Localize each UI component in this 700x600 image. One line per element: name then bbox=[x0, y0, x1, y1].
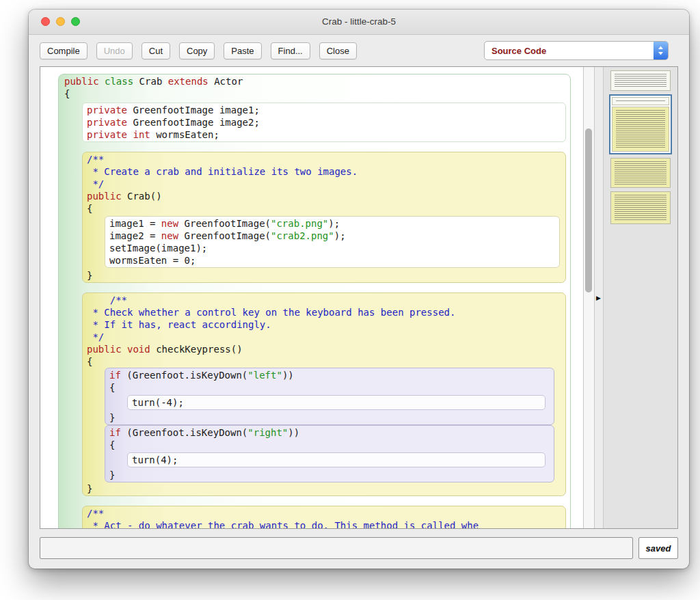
screen: Crab - little-crab-5 CompileUndoCutCopyP… bbox=[0, 0, 700, 600]
code-line[interactable]: */ bbox=[87, 331, 561, 343]
editor-window: Crab - little-crab-5 CompileUndoCutCopyP… bbox=[29, 10, 689, 569]
code-line[interactable]: /** bbox=[87, 294, 561, 306]
code-line[interactable]: if (Greenfoot.isKeyDown("right")) bbox=[109, 426, 550, 439]
compile-button[interactable]: Compile bbox=[40, 42, 88, 59]
minimap-section-fields bbox=[612, 97, 669, 105]
window-title: Crab - little-crab-5 bbox=[29, 10, 689, 34]
scrollbar-thumb[interactable] bbox=[585, 128, 592, 292]
code-line[interactable]: public void checkKeypress() bbox=[87, 343, 561, 355]
code-line[interactable]: * Act - do whatever the crab wants to do… bbox=[87, 519, 561, 528]
scope-class: public class Crab extends Actor{private … bbox=[58, 74, 571, 528]
scope-turnbox: turn(4); bbox=[127, 452, 546, 467]
vertical-scrollbar[interactable] bbox=[583, 67, 594, 528]
scope-ifblock: if (Greenfoot.isKeyDown("left")){turn(-4… bbox=[105, 368, 554, 425]
naviview-divider[interactable]: ▶ bbox=[594, 67, 603, 528]
viewport-indicator[interactable] bbox=[609, 94, 672, 154]
minimap-section-header[interactable] bbox=[610, 70, 671, 91]
scope-method: /** * Act - do whatever the crab wants t… bbox=[82, 506, 566, 528]
code-line[interactable]: wormsEaten = 0; bbox=[109, 254, 555, 267]
view-selector-value: Source Code bbox=[485, 42, 654, 59]
code-line[interactable]: setImage(image1); bbox=[109, 242, 555, 254]
toolbar: CompileUndoCutCopyPasteFind...Close Sour… bbox=[29, 35, 689, 66]
code-line[interactable]: * Create a crab and initialize its two i… bbox=[87, 165, 561, 178]
code-line[interactable]: */ bbox=[87, 178, 561, 190]
minimap-panel[interactable] bbox=[603, 67, 677, 528]
save-state-indicator: saved bbox=[638, 537, 678, 559]
code-line[interactable]: } bbox=[109, 411, 550, 424]
code-line[interactable]: public class Crab extends Actor bbox=[64, 75, 567, 87]
code-line[interactable]: image1 = new GreenfootImage("crab.png"); bbox=[109, 217, 555, 230]
code-line[interactable]: private int wormsEaten; bbox=[87, 128, 561, 141]
titlebar: Crab - little-crab-5 bbox=[29, 10, 689, 35]
scope-turnbox: turn(-4); bbox=[127, 395, 546, 410]
close-button[interactable]: Close bbox=[319, 42, 357, 59]
code-area[interactable]: public class Crab extends Actor{private … bbox=[40, 67, 583, 528]
scope-inner: image1 = new GreenfootImage("crab.png");… bbox=[105, 216, 560, 268]
code-line[interactable]: turn(4); bbox=[132, 454, 541, 466]
code-line[interactable]: /** bbox=[87, 507, 561, 519]
minimap-section-method2[interactable] bbox=[610, 158, 671, 188]
code-line[interactable]: private GreenfootImage image2; bbox=[87, 116, 561, 128]
content-frame: public class Crab extends Actor{private … bbox=[40, 66, 678, 529]
toolbar-buttons: CompileUndoCutCopyPasteFind...Close bbox=[40, 42, 357, 59]
code-line[interactable]: image2 = new GreenfootImage("crab2.png")… bbox=[109, 230, 555, 242]
code-line[interactable]: { bbox=[109, 439, 550, 451]
minimap-section-method1 bbox=[612, 107, 669, 152]
code-line[interactable]: if (Greenfoot.isKeyDown("left")) bbox=[109, 369, 550, 381]
minimap-section-method3[interactable] bbox=[610, 191, 671, 224]
code-line[interactable]: * If it has, react accordingly. bbox=[87, 318, 561, 331]
code-line[interactable]: } bbox=[109, 469, 550, 481]
code-line[interactable]: * Check whether a control key on the key… bbox=[87, 306, 561, 318]
code-line[interactable]: { bbox=[87, 202, 561, 215]
scope-method: /** * Create a crab and initialize its t… bbox=[82, 152, 566, 283]
stepper-arrows-icon[interactable] bbox=[654, 42, 668, 59]
expand-arrow-icon[interactable]: ▶ bbox=[596, 295, 601, 301]
code-line[interactable]: { bbox=[87, 355, 561, 368]
code-line[interactable]: } bbox=[87, 482, 561, 495]
code-line[interactable]: } bbox=[87, 269, 561, 282]
code-line[interactable]: turn(-4); bbox=[132, 396, 541, 409]
code-line[interactable]: /** bbox=[87, 153, 561, 165]
status-message-field[interactable] bbox=[40, 537, 633, 559]
paste-button[interactable]: Paste bbox=[224, 42, 261, 59]
code-line[interactable]: private GreenfootImage image1; bbox=[87, 104, 561, 116]
status-bar: saved bbox=[40, 537, 678, 559]
find-button[interactable]: Find... bbox=[271, 42, 310, 59]
view-selector[interactable]: Source Code bbox=[484, 41, 669, 60]
cut-button[interactable]: Cut bbox=[142, 42, 170, 59]
code-line[interactable]: public Crab() bbox=[87, 190, 561, 202]
code-line[interactable]: { bbox=[109, 381, 550, 394]
scope-ifblock: if (Greenfoot.isKeyDown("right")){turn(4… bbox=[105, 425, 554, 482]
code-line[interactable]: { bbox=[64, 87, 567, 100]
scope-method: /** * Check whether a control key on the… bbox=[82, 292, 566, 496]
scope-fields: private GreenfootImage image1;private Gr… bbox=[82, 103, 566, 142]
copy-button[interactable]: Copy bbox=[179, 42, 215, 59]
undo-button: Undo bbox=[96, 42, 133, 59]
